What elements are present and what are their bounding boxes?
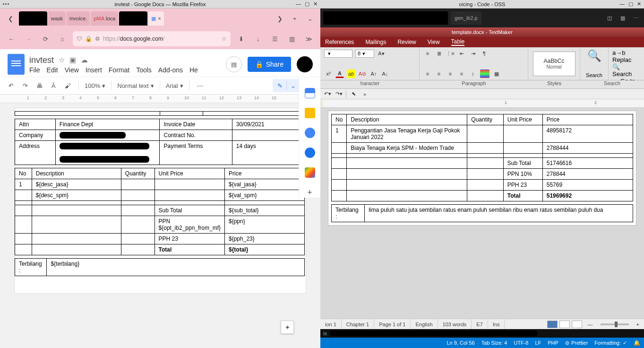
status-tab-size[interactable]: Tab Size: 4	[481, 340, 507, 346]
view-normal-button[interactable]	[547, 321, 558, 328]
textmaker-canvas[interactable]: No Description Quantity Unit Price Price…	[320, 108, 644, 319]
textmaker-ruler[interactable]: 1 2	[320, 99, 644, 108]
status-language[interactable]: PHP	[548, 340, 558, 346]
editing-mode-button[interactable]: ✎ ⌄	[273, 79, 301, 92]
docs-canvas[interactable]: Attn Finance Dept Invoice Date 30/09/202…	[0, 103, 320, 348]
borders-button[interactable]: ▦	[492, 70, 501, 78]
close-icon[interactable]: ✕	[637, 1, 641, 7]
status-extra[interactable]: E7	[472, 319, 488, 329]
bookmark-star-icon[interactable]: ☆	[222, 35, 227, 42]
ribbon-tab-mailings[interactable]: Mailings	[365, 39, 386, 45]
font-select[interactable]: Arial ▾	[166, 82, 183, 89]
status-prettier[interactable]: ⊘ Prettier	[565, 340, 588, 346]
keep-icon[interactable]	[305, 108, 315, 118]
maps-icon[interactable]	[305, 167, 315, 178]
font-family-select[interactable]: ▾	[324, 50, 352, 58]
account-avatar[interactable]	[297, 56, 313, 72]
menu-format[interactable]: Format	[109, 66, 129, 74]
status-cursor-pos[interactable]: Ln 9, Col 56	[447, 340, 475, 346]
status-formatting[interactable]: Formatting: ✓	[594, 340, 627, 346]
search-again-button[interactable]: 🔍 Search	[612, 63, 640, 78]
vscode-terminal-panel[interactable]: is	[320, 329, 644, 338]
view-master-button[interactable]	[559, 321, 570, 328]
browser-tab[interactable]	[19, 11, 47, 26]
maximize-icon[interactable]: ▢	[305, 1, 309, 7]
explore-button[interactable]: ✦	[281, 321, 294, 334]
move-icon[interactable]: ▣	[69, 56, 76, 64]
overflow-button[interactable]: ≫	[302, 32, 316, 45]
align-left-button[interactable]: ≡	[423, 70, 432, 78]
redo-button[interactable]: ↷	[20, 80, 30, 91]
home-button[interactable]: ⌂	[56, 32, 69, 45]
library-icon[interactable]: ▥	[285, 32, 299, 45]
tabs-next-button[interactable]: ❯	[273, 12, 286, 25]
all-tabs-button[interactable]: ⌄	[303, 12, 317, 25]
split-editor-icon[interactable]: ◫	[604, 13, 615, 23]
ribbon-tab-table[interactable]: Table	[451, 38, 465, 46]
cursor-button[interactable]: ⬉	[349, 90, 358, 98]
view-outline-button[interactable]	[572, 321, 582, 328]
back-button[interactable]: ←	[5, 32, 18, 45]
zoom-select[interactable]: 100% ▾	[85, 82, 105, 89]
calendar-icon[interactable]	[305, 88, 315, 98]
minimize-icon[interactable]: —	[296, 1, 301, 7]
menu-tools[interactable]: Tools	[136, 66, 152, 74]
font-size-dropdown-icon[interactable]: A▾	[377, 49, 386, 58]
close-icon[interactable]: ✕	[313, 1, 318, 7]
replace-button[interactable]: a→b Replac	[612, 49, 640, 63]
account-icon[interactable]: ☰	[268, 32, 282, 45]
pocket-icon[interactable]: ⬇	[234, 32, 248, 45]
style-normal[interactable]: AaBbCc Normal	[533, 52, 575, 76]
undo-button[interactable]: ↶▾	[323, 90, 332, 98]
align-justify-button[interactable]: ≡	[457, 70, 466, 78]
more-toolbar-button[interactable]: ⋯	[195, 80, 206, 91]
forward-button[interactable]: →	[22, 32, 35, 45]
reload-button[interactable]: ⟳	[39, 32, 52, 45]
browser-tab-active[interactable]: ▦ ×	[148, 11, 163, 26]
tasks-icon[interactable]	[305, 128, 315, 138]
document-title[interactable]: invtest	[29, 55, 54, 65]
address-bar[interactable]: 🛡 🔒 ⚙ https://docs.google.com/ ☆	[73, 31, 231, 46]
contacts-icon[interactable]	[305, 148, 315, 158]
print-button[interactable]: 🖶	[34, 80, 44, 91]
browser-tab[interactable]: invoice.	[67, 11, 90, 26]
shrink-font-button[interactable]: A↓	[381, 70, 389, 78]
maximize-icon[interactable]: ▢	[628, 1, 633, 7]
docs-logo-icon[interactable]	[8, 54, 25, 75]
redo-button[interactable]: ↷▾	[335, 90, 343, 98]
menu-insert[interactable]: Insert	[86, 66, 102, 74]
paragraph-style-select[interactable]: Normal text ▾	[117, 82, 154, 89]
browser-tab[interactable]: pMA loca	[91, 11, 118, 26]
browser-tab[interactable]	[119, 11, 147, 26]
grow-font-button[interactable]: A↑	[369, 70, 378, 78]
menu-file[interactable]: File	[29, 66, 40, 74]
status-ins[interactable]: Ins	[488, 319, 505, 329]
add-app-icon[interactable]: +	[305, 187, 315, 198]
ribbon-tab-references[interactable]: References	[325, 39, 354, 45]
align-center-button[interactable]: ≡	[435, 70, 443, 78]
new-tab-button[interactable]: +	[288, 12, 301, 25]
spellcheck-button[interactable]: Ă	[48, 80, 59, 91]
align-right-button[interactable]: ≡	[446, 70, 455, 78]
star-icon[interactable]: ☆	[59, 56, 65, 64]
cloud-status-icon[interactable]: ☁	[81, 56, 88, 64]
menu-addons[interactable]: Add-ons	[158, 66, 183, 74]
shading-button[interactable]	[480, 70, 489, 78]
editor-tab[interactable]: gen_ib2.p	[451, 11, 481, 25]
menu-help[interactable]: He	[189, 66, 198, 74]
indent-button[interactable]: ⇥	[469, 49, 477, 58]
overflow-button[interactable]: »	[361, 90, 369, 98]
numbering-button[interactable]: ≣	[435, 49, 443, 58]
comments-button[interactable]: ▤	[226, 56, 242, 72]
ribbon-tab-review[interactable]: Review	[397, 39, 416, 45]
tab-close-icon[interactable]: ×	[158, 16, 161, 21]
minimize-icon[interactable]: —	[619, 1, 625, 7]
more-actions-icon[interactable]: ⋯	[631, 13, 641, 23]
status-encoding[interactable]: UTF-8	[514, 340, 528, 346]
outdent-button[interactable]: ⇤	[457, 49, 466, 58]
multilevel-button[interactable]: ⋮≡	[446, 49, 455, 58]
status-page[interactable]: Page 1 of 1	[374, 319, 411, 329]
status-eol[interactable]: LF	[535, 340, 541, 346]
font-size-select[interactable]: 8 ▾	[355, 50, 374, 58]
font-color-button[interactable]: A	[335, 70, 344, 78]
